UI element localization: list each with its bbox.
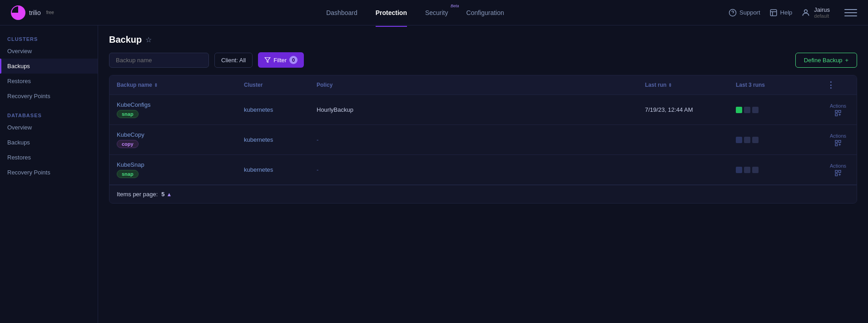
svg-marker-6 — [265, 58, 270, 63]
table-header: Backup name ⇕ Cluster Policy Last run ⇕ … — [109, 75, 857, 95]
run-dot-2 — [744, 137, 750, 143]
beta-badge: Beta — [451, 4, 459, 8]
nav-links: Dashboard Protection Security Beta Confi… — [102, 7, 729, 18]
search-input[interactable] — [109, 53, 209, 68]
sidebar-item-clusters-recovery-points[interactable]: Recovery Points — [0, 89, 98, 104]
nav-security[interactable]: Security Beta — [425, 7, 448, 18]
policy-dash-kubesnap: - — [317, 166, 318, 173]
actions-icon-kubeconfigs — [834, 109, 842, 117]
help-icon — [769, 9, 778, 17]
col-cluster: Cluster — [244, 82, 317, 88]
sidebar-section-databases: DATABASES — [0, 109, 98, 120]
sort-icon-last-run[interactable]: ⇕ — [668, 83, 672, 88]
nav-right: Support Help Jairus default — [729, 6, 857, 19]
sidebar-item-databases-recovery-points[interactable]: Recovery Points — [0, 165, 98, 180]
page-header: Backup ☆ — [109, 35, 857, 45]
nav-protection[interactable]: Protection — [376, 7, 407, 18]
cluster-link-kubecopy[interactable]: kubernetes — [244, 136, 273, 143]
actions-label-kubeconfigs: Actions — [830, 103, 846, 109]
sidebar-item-clusters-restores[interactable]: Restores — [0, 74, 98, 89]
sort-icon-backup-name[interactable]: ⇕ — [154, 83, 158, 88]
run-dot-2 — [744, 167, 750, 173]
logo-area: trilio free — [11, 5, 102, 20]
badge-copy-kubecopy: copy — [117, 140, 139, 148]
logo-text: trilio — [29, 9, 41, 16]
user-icon — [801, 8, 810, 17]
badge-snap-kubesnap: snap — [117, 170, 139, 178]
sidebar-item-databases-restores[interactable]: Restores — [0, 150, 98, 165]
svg-rect-12 — [835, 140, 838, 143]
actions-label-kubecopy: Actions — [830, 133, 846, 139]
actions-cell-kubecopy[interactable]: Actions — [827, 133, 849, 147]
support-link[interactable]: Support — [729, 9, 760, 17]
svg-rect-9 — [835, 114, 838, 116]
backup-name-cell-kubesnap: KubeSnap snap — [117, 161, 244, 178]
policy-cell-kubecopy: - — [317, 136, 645, 143]
actions-icon-kubesnap — [834, 169, 842, 177]
svg-rect-14 — [835, 144, 838, 146]
col-backup-name: Backup name ⇕ — [117, 82, 244, 88]
cluster-link-kubeconfigs[interactable]: kubernetes — [244, 106, 273, 113]
sidebar-item-databases-overview[interactable]: Overview — [0, 120, 98, 135]
cluster-cell-kubecopy: kubernetes — [244, 136, 317, 143]
actions-cell-kubeconfigs[interactable]: Actions — [827, 103, 849, 117]
sidebar: CLUSTERS Overview Backups Restores Recov… — [0, 25, 98, 323]
table-row: KubeSnap snap kubernetes - — [109, 155, 857, 185]
run-indicators-kubeconfigs — [736, 107, 827, 113]
main-content: Backup ☆ Client: All Filter 0 Define Bac… — [98, 25, 868, 323]
run-indicators-kubecopy — [736, 137, 827, 143]
actions-cell-kubesnap[interactable]: Actions — [827, 163, 849, 177]
items-per-page-selector[interactable]: 5 ▲ — [161, 191, 172, 198]
col-actions-header: ⋮ — [827, 80, 849, 90]
cluster-link-kubesnap[interactable]: kubernetes — [244, 166, 273, 173]
backup-table: Backup name ⇕ Cluster Policy Last run ⇕ … — [109, 75, 857, 204]
top-navigation: trilio free Dashboard Protection Securit… — [0, 0, 868, 25]
filter-icon — [264, 57, 271, 63]
svg-point-5 — [804, 10, 808, 13]
sidebar-item-clusters-backups[interactable]: Backups — [0, 59, 98, 74]
items-per-page-arrow: ▲ — [167, 191, 172, 198]
run-dot-2 — [744, 107, 750, 113]
column-options-icon[interactable]: ⋮ — [827, 80, 835, 90]
page-title: Backup — [109, 35, 142, 45]
last-run-kubeconfigs: 7/19/23, 12:44 AM — [645, 106, 693, 113]
col-last-3-runs: Last 3 runs — [736, 82, 827, 88]
toolbar: Client: All Filter 0 Define Backup + — [109, 52, 857, 68]
cluster-cell-kubeconfigs: kubernetes — [244, 106, 317, 113]
main-layout: CLUSTERS Overview Backups Restores Recov… — [0, 25, 868, 323]
define-backup-button[interactable]: Define Backup + — [795, 53, 857, 68]
nav-configuration[interactable]: Configuration — [466, 7, 504, 18]
sidebar-section-clusters: CLUSTERS — [0, 33, 98, 44]
badge-snap-kubeconfigs: snap — [117, 110, 139, 118]
help-link[interactable]: Help — [769, 9, 793, 17]
policy-cell-kubeconfigs: HourlyBackup — [317, 106, 645, 113]
backup-name-kubesnap[interactable]: KubeSnap — [117, 161, 244, 168]
svg-rect-18 — [838, 170, 841, 173]
policy-text-kubeconfigs: HourlyBackup — [317, 106, 353, 113]
table-footer: Items per page: 5 ▲ — [109, 185, 857, 203]
user-menu[interactable]: Jairus default — [801, 6, 830, 19]
client-filter-button[interactable]: Client: All — [214, 53, 253, 68]
svg-rect-13 — [838, 140, 841, 143]
run-dot-3 — [752, 137, 759, 143]
backup-name-kubeconfigs[interactable]: KubeConfigs — [117, 101, 244, 108]
backup-name-kubecopy[interactable]: KubeCopy — [117, 131, 244, 138]
logo-icon — [11, 5, 25, 20]
svg-rect-2 — [770, 10, 777, 16]
sidebar-item-databases-backups[interactable]: Backups — [0, 135, 98, 150]
filter-count-badge: 0 — [289, 56, 298, 64]
nav-dashboard[interactable]: Dashboard — [326, 7, 357, 18]
sidebar-item-clusters-overview[interactable]: Overview — [0, 44, 98, 59]
hamburger-menu[interactable] — [844, 6, 857, 19]
favorite-star-icon[interactable]: ☆ — [145, 35, 152, 44]
svg-rect-7 — [835, 110, 838, 113]
cluster-cell-kubesnap: kubernetes — [244, 166, 317, 173]
run-dot-1 — [736, 137, 742, 143]
run-dot-3 — [752, 167, 759, 173]
col-policy: Policy — [317, 82, 645, 88]
col-last-run: Last run ⇕ — [645, 82, 736, 88]
filter-button[interactable]: Filter 0 — [258, 52, 304, 68]
user-info: Jairus default — [814, 6, 830, 19]
logo-free-badge: free — [46, 10, 54, 15]
policy-dash-kubecopy: - — [317, 136, 318, 143]
